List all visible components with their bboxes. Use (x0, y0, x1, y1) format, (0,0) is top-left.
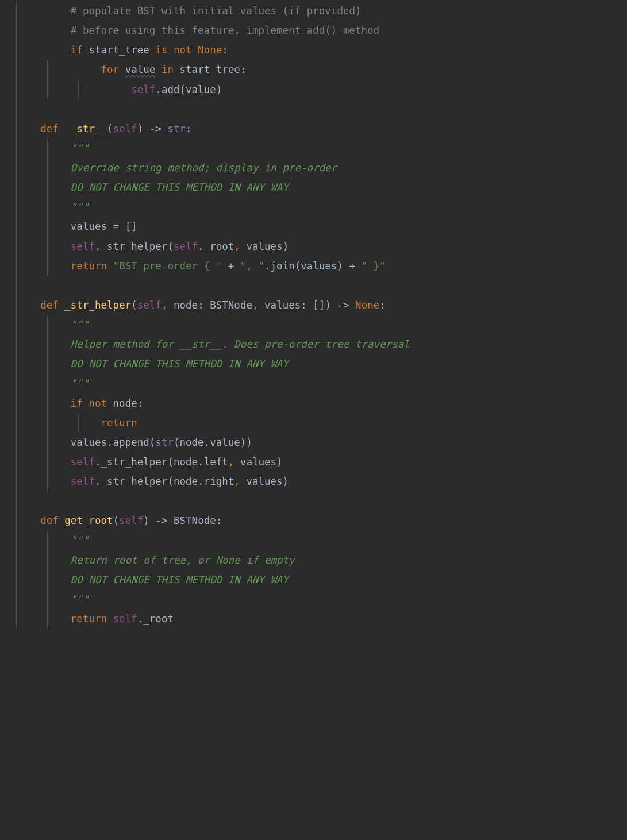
code-line[interactable]: self._str_helper(node.right, values) (0, 472, 627, 491)
docstring-quote: """ (71, 201, 89, 213)
code-line[interactable]: if not node: (0, 394, 627, 413)
keyword-none: None (355, 299, 379, 311)
code-line[interactable]: # populate BST with initial values (if p… (0, 1, 627, 21)
code-line[interactable]: Override string method; display in pre-o… (0, 158, 627, 178)
identifier-value: value (125, 64, 156, 75)
op: + (222, 260, 240, 272)
statement: values = [] (71, 221, 137, 232)
param: node: BSTNode (167, 299, 252, 311)
blank-line (0, 99, 627, 119)
keyword-self: self (137, 299, 161, 311)
code-line[interactable]: """ (0, 138, 627, 158)
docstring: DO NOT CHANGE THIS METHOD IN ANY WAY (71, 182, 289, 193)
docstring: Override string method; display in pre-o… (71, 162, 337, 174)
code-line[interactable]: DO NOT CHANGE THIS METHOD IN ANY WAY (0, 178, 627, 197)
string: " }" (361, 260, 386, 272)
paren: ( (113, 515, 120, 526)
call: values.append( (71, 437, 156, 448)
keyword-def: def (40, 299, 64, 311)
paren: ( (107, 123, 113, 134)
function-name: get_root (64, 515, 113, 526)
code-line[interactable]: if start_tree is not None: (0, 40, 627, 60)
comment: # populate BST with initial values (if p… (71, 5, 361, 17)
signature: ) -> BSTNode: (143, 515, 222, 526)
attr: ._root (137, 613, 174, 625)
string: ", " (240, 260, 264, 272)
docstring-quote: """ (71, 319, 89, 330)
docstring-quote: """ (71, 142, 89, 154)
identifier: node: (107, 398, 143, 409)
call: .add(value) (155, 84, 222, 95)
docstring: Helper method for __str__. Does pre-orde… (71, 338, 410, 350)
comment: # before using this feature, implement a… (71, 25, 379, 36)
code-line[interactable]: self._str_helper(node.left, values) (0, 452, 627, 472)
identifier: start_tree (83, 44, 155, 56)
keyword-self: self (131, 84, 155, 95)
paren: ( (131, 299, 137, 311)
keyword-is-not: is not (155, 44, 198, 56)
arg: values) (234, 456, 282, 468)
docstring: DO NOT CHANGE THIS METHOD IN ANY WAY (71, 574, 289, 585)
keyword-none: None (198, 44, 222, 56)
comma: , (234, 241, 240, 252)
keyword-return: return (71, 613, 113, 625)
builtin-str: str (155, 437, 174, 448)
comma: , (234, 476, 240, 487)
keyword-self: self (113, 613, 137, 625)
keyword-if-not: if not (71, 398, 107, 409)
code-line[interactable]: """ (0, 197, 627, 217)
keyword-return: return (101, 417, 137, 429)
comma: , (161, 299, 168, 311)
comma: , (228, 456, 234, 468)
code-line[interactable]: """ (0, 315, 627, 334)
code-line[interactable]: DO NOT CHANGE THIS METHOD IN ANY WAY (0, 354, 627, 373)
call: (node.value)) (174, 437, 252, 448)
code-line[interactable]: def __str__(self) -> str: (0, 119, 627, 138)
builtin-str: str (167, 123, 186, 134)
arg: values) (240, 241, 289, 252)
code-line[interactable]: """ (0, 373, 627, 393)
docstring-quote: """ (71, 594, 89, 605)
colon: : (222, 44, 228, 56)
code-line[interactable]: self._str_helper(self._root, values) (0, 237, 627, 256)
code-line[interactable]: def get_root(self) -> BSTNode: (0, 511, 627, 530)
call: ._str_helper(node.left (95, 456, 228, 468)
keyword-self: self (71, 456, 95, 468)
attr: ._root (198, 241, 234, 252)
code-line[interactable]: Helper method for __str__. Does pre-orde… (0, 334, 627, 354)
call: ._str_helper( (95, 241, 174, 252)
code-line[interactable]: return "BST pre-order { " + ", ".join(va… (0, 256, 627, 276)
docstring: DO NOT CHANGE THIS METHOD IN ANY WAY (71, 358, 289, 369)
code-line[interactable]: """ (0, 589, 627, 609)
keyword-self: self (119, 515, 143, 526)
comma: , (252, 299, 259, 311)
code-line[interactable]: """ (0, 530, 627, 550)
code-line[interactable]: Return root of tree, or None if empty (0, 550, 627, 570)
code-line[interactable]: return (0, 413, 627, 433)
code-line[interactable]: self.add(value) (0, 80, 627, 99)
code-line[interactable]: DO NOT CHANGE THIS METHOD IN ANY WAY (0, 570, 627, 589)
colon: : (379, 299, 386, 311)
docstring-quote: """ (71, 534, 89, 546)
code-line[interactable]: values = [] (0, 217, 627, 236)
param: values: []) -> (259, 299, 356, 311)
code-line[interactable]: # before using this feature, implement a… (0, 21, 627, 40)
blank-line (0, 276, 627, 295)
keyword-def: def (40, 123, 64, 134)
keyword-self: self (71, 241, 95, 252)
code-line[interactable]: for value in start_tree: (0, 60, 627, 79)
function-name: _str_helper (64, 299, 131, 311)
keyword-for: for (101, 64, 120, 75)
code-line[interactable]: return self._root (0, 609, 627, 629)
keyword-return: return (71, 260, 113, 272)
keyword-self: self (113, 123, 137, 134)
blank-line (0, 491, 627, 511)
docstring-quote: """ (71, 377, 89, 389)
code-line[interactable]: def _str_helper(self, node: BSTNode, val… (0, 295, 627, 315)
function-name: __str__ (64, 123, 107, 134)
call: ._str_helper(node.right (95, 476, 234, 487)
signature: ) -> (137, 123, 168, 134)
code-line[interactable]: values.append(str(node.value)) (0, 433, 627, 452)
code-editor[interactable]: # populate BST with initial values (if p… (0, 0, 627, 646)
colon: : (186, 123, 192, 134)
